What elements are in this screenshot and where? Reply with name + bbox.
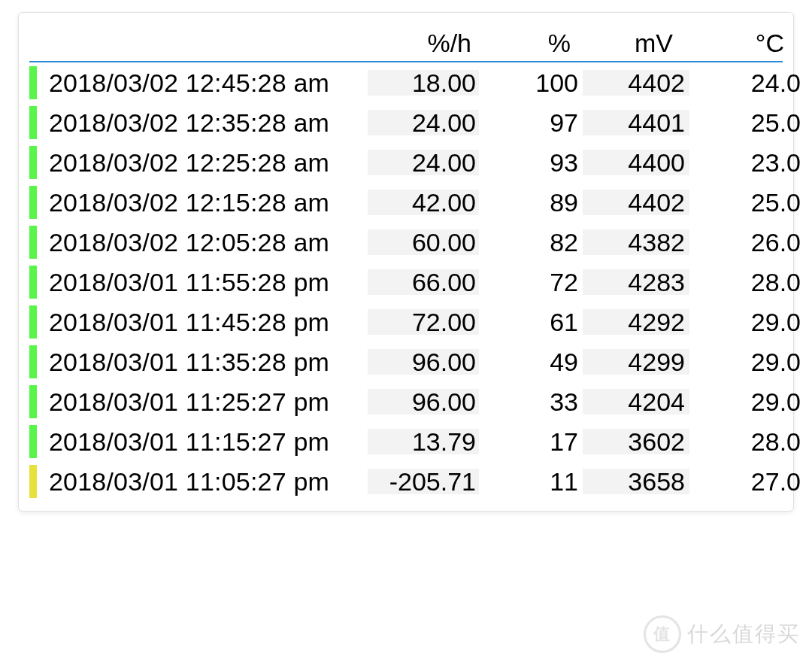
status-cell bbox=[29, 66, 44, 99]
status-green-icon bbox=[29, 305, 37, 339]
percent-cell: 61 bbox=[479, 309, 583, 335]
rate-cell: 24.00 bbox=[368, 150, 479, 175]
temp-cell: 25.0 bbox=[689, 110, 804, 135]
timestamp-cell: 2018/03/01 11:35:28 pm bbox=[44, 349, 368, 375]
status-green-icon bbox=[29, 226, 37, 259]
table-row[interactable]: 2018/03/01 11:05:27 pm-205.7111365827.0 bbox=[29, 461, 783, 501]
status-cell bbox=[29, 465, 44, 498]
table-row[interactable]: 2018/03/02 12:35:28 am24.0097440125.0 bbox=[29, 102, 783, 142]
percent-cell: 11 bbox=[479, 469, 583, 494]
table-row[interactable]: 2018/03/01 11:35:28 pm96.0049429929.0 bbox=[29, 342, 783, 381]
temp-cell: 27.0 bbox=[689, 469, 804, 494]
timestamp-cell: 2018/03/01 11:05:27 pm bbox=[44, 469, 368, 494]
percent-cell: 17 bbox=[479, 429, 583, 454]
mv-cell: 4382 bbox=[583, 229, 689, 255]
status-cell bbox=[29, 425, 44, 458]
percent-cell: 100 bbox=[479, 70, 583, 96]
mv-cell: 4401 bbox=[583, 110, 689, 135]
header-mv: mV bbox=[571, 29, 673, 58]
rate-cell: 72.00 bbox=[368, 309, 479, 335]
temp-cell: 28.0 bbox=[689, 269, 804, 295]
timestamp-cell: 2018/03/01 11:25:27 pm bbox=[44, 389, 368, 415]
table-row[interactable]: 2018/03/02 12:25:28 am24.0093440023.0 bbox=[29, 142, 783, 182]
rate-cell: 18.00 bbox=[368, 70, 479, 96]
status-green-icon bbox=[29, 266, 37, 299]
table-header-row: %/h % mV °C bbox=[29, 19, 783, 62]
status-cell bbox=[29, 106, 44, 139]
watermark-text: 什么值得买 bbox=[687, 620, 800, 648]
rate-cell: 60.00 bbox=[368, 229, 479, 255]
watermark-logo-icon: 值 bbox=[644, 615, 681, 653]
rate-cell: 66.00 bbox=[368, 269, 479, 295]
percent-cell: 82 bbox=[479, 229, 583, 255]
table-row[interactable]: 2018/03/02 12:45:28 am18.00100440224.0 bbox=[29, 62, 783, 102]
status-cell bbox=[29, 305, 44, 339]
percent-cell: 72 bbox=[479, 269, 583, 295]
timestamp-cell: 2018/03/01 11:55:28 pm bbox=[44, 269, 368, 295]
header-rate: %/h bbox=[363, 29, 471, 58]
status-cell bbox=[29, 385, 44, 418]
timestamp-cell: 2018/03/02 12:35:28 am bbox=[44, 110, 368, 135]
table-row[interactable]: 2018/03/01 11:25:27 pm96.0033420429.0 bbox=[29, 381, 783, 421]
status-yellow-icon bbox=[29, 465, 37, 498]
timestamp-cell: 2018/03/02 12:05:28 am bbox=[44, 229, 368, 255]
header-temp: °C bbox=[673, 29, 784, 58]
temp-cell: 29.0 bbox=[689, 349, 804, 375]
mv-cell: 4292 bbox=[583, 309, 689, 335]
table-row[interactable]: 2018/03/01 11:15:27 pm13.7917360228.0 bbox=[29, 421, 783, 461]
status-cell bbox=[29, 146, 44, 179]
watermark: 值 什么值得买 bbox=[644, 615, 800, 653]
temp-cell: 29.0 bbox=[689, 309, 804, 335]
status-green-icon bbox=[29, 146, 37, 179]
timestamp-cell: 2018/03/01 11:45:28 pm bbox=[44, 309, 368, 335]
temp-cell: 25.0 bbox=[689, 190, 804, 215]
mv-cell: 3602 bbox=[583, 429, 689, 454]
mv-cell: 3658 bbox=[583, 469, 689, 494]
rate-cell: 42.00 bbox=[368, 190, 479, 215]
temp-cell: 26.0 bbox=[689, 229, 804, 255]
timestamp-cell: 2018/03/02 12:45:28 am bbox=[44, 70, 368, 96]
table-row[interactable]: 2018/03/01 11:45:28 pm72.0061429229.0 bbox=[29, 302, 783, 342]
status-cell bbox=[29, 226, 44, 259]
status-green-icon bbox=[29, 106, 37, 139]
status-green-icon bbox=[29, 186, 37, 219]
mv-cell: 4402 bbox=[583, 190, 689, 215]
battery-log-card: %/h % mV °C 2018/03/02 12:45:28 am18.001… bbox=[18, 12, 794, 512]
status-cell bbox=[29, 345, 44, 378]
mv-cell: 4204 bbox=[583, 389, 689, 415]
status-green-icon bbox=[29, 425, 37, 458]
status-cell bbox=[29, 266, 44, 299]
temp-cell: 28.0 bbox=[689, 429, 804, 454]
temp-cell: 24.0 bbox=[689, 70, 804, 96]
mv-cell: 4402 bbox=[583, 70, 689, 96]
status-green-icon bbox=[29, 66, 37, 99]
status-green-icon bbox=[29, 345, 37, 378]
table-row[interactable]: 2018/03/01 11:55:28 pm66.0072428328.0 bbox=[29, 262, 783, 302]
mv-cell: 4299 bbox=[583, 349, 689, 375]
mv-cell: 4400 bbox=[583, 150, 689, 175]
percent-cell: 49 bbox=[479, 349, 583, 375]
temp-cell: 23.0 bbox=[689, 150, 804, 175]
percent-cell: 89 bbox=[479, 190, 583, 215]
table-row[interactable]: 2018/03/02 12:15:28 am42.0089440225.0 bbox=[29, 182, 783, 222]
rate-cell: -205.71 bbox=[368, 469, 479, 494]
timestamp-cell: 2018/03/02 12:15:28 am bbox=[44, 190, 368, 215]
timestamp-cell: 2018/03/01 11:15:27 pm bbox=[44, 429, 368, 454]
table-body[interactable]: 2018/03/02 12:45:28 am18.00100440224.020… bbox=[29, 62, 783, 501]
rate-cell: 96.00 bbox=[368, 389, 479, 415]
mv-cell: 4283 bbox=[583, 269, 689, 295]
percent-cell: 33 bbox=[479, 389, 583, 415]
rate-cell: 13.79 bbox=[368, 429, 479, 454]
percent-cell: 97 bbox=[479, 110, 583, 135]
temp-cell: 29.0 bbox=[689, 389, 804, 415]
table-row[interactable]: 2018/03/02 12:05:28 am60.0082438226.0 bbox=[29, 222, 783, 262]
status-cell bbox=[29, 186, 44, 219]
percent-cell: 93 bbox=[479, 150, 583, 175]
timestamp-cell: 2018/03/02 12:25:28 am bbox=[44, 150, 368, 175]
header-percent: % bbox=[471, 29, 571, 58]
status-green-icon bbox=[29, 385, 37, 418]
rate-cell: 24.00 bbox=[368, 110, 479, 135]
rate-cell: 96.00 bbox=[368, 349, 479, 375]
